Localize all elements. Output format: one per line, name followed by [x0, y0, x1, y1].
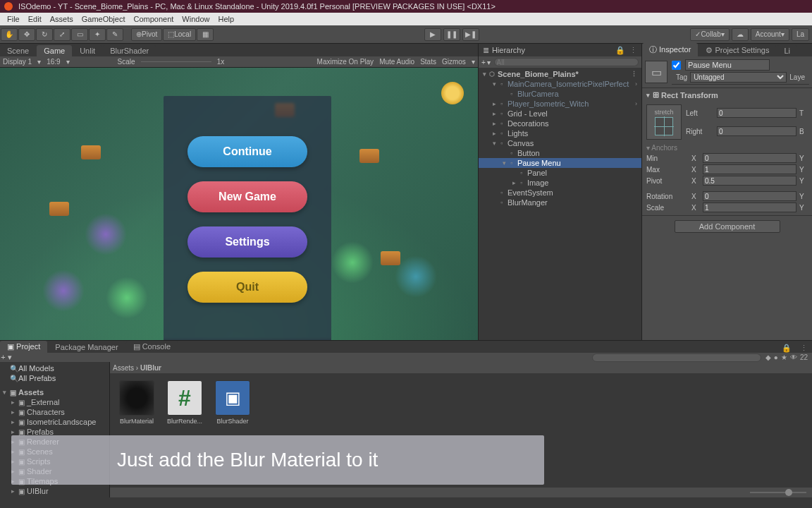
hierarchy-item[interactable]: ▫BlurManger: [479, 198, 641, 207]
hierarchy-tree[interactable]: ▾⬡ Scene_Biome_Plains* ⋮ ▾▫MainCamera_Is…: [479, 68, 641, 340]
favorite-item[interactable]: 🔍All Models: [0, 363, 109, 373]
folder-item[interactable]: ▸▣UIBlur: [0, 486, 109, 496]
menu-component[interactable]: Component: [129, 15, 178, 23]
stats-toggle[interactable]: Stats: [417, 58, 439, 66]
hierarchy-item[interactable]: ▸▫Lights: [479, 128, 641, 138]
collab-dropdown[interactable]: ✓ Collab ▾: [690, 28, 729, 41]
tab-inspector[interactable]: ⓘ Inspector: [642, 43, 698, 56]
layers-dropdown[interactable]: La: [792, 28, 809, 41]
panel-lock-icon[interactable]: 🔒: [615, 46, 625, 55]
quit-button[interactable]: Quit: [187, 272, 307, 303]
hierarchy-item[interactable]: ▸▫Decorations: [479, 119, 641, 128]
right-field[interactable]: [717, 126, 796, 136]
folder-item[interactable]: ▸▣_External: [0, 397, 109, 407]
asset-item[interactable]: ▣BlurShader: [213, 380, 252, 425]
scale-tool-icon[interactable]: ⤢: [54, 28, 70, 41]
hierarchy-item[interactable]: ▫BlurCamera: [479, 89, 641, 99]
breadcrumb[interactable]: Assets › UIBlur: [110, 362, 812, 373]
tab-lighting[interactable]: Li: [777, 45, 797, 56]
folder-item[interactable]: ▸▣Characters: [0, 407, 109, 417]
tab-scene[interactable]: Scene: [0, 45, 36, 56]
hierarchy-item[interactable]: ▸▫Image: [479, 178, 641, 188]
anchors-foldout[interactable]: Anchors: [651, 144, 677, 152]
thumbnail-size-slider[interactable]: [110, 488, 812, 497]
tab-console[interactable]: ▤ Console: [126, 341, 178, 353]
snap-icon[interactable]: ▦: [197, 28, 214, 41]
maximize-toggle[interactable]: Maximize On Play: [314, 58, 377, 66]
settings-gear-icon[interactable]: [441, 82, 464, 104]
settings-button[interactable]: Settings: [187, 226, 307, 258]
search-by-label-icon[interactable]: ●: [774, 353, 778, 361]
hierarchy-search[interactable]: [494, 58, 639, 66]
hierarchy-item[interactable]: ▫EventSystem: [479, 188, 641, 198]
tab-package-manager[interactable]: Package Manager: [48, 341, 125, 353]
tab-game[interactable]: Game: [37, 45, 72, 56]
max-x-field[interactable]: [703, 164, 796, 174]
tab-project[interactable]: ▣ Project: [0, 341, 47, 353]
enabled-checkbox[interactable]: [672, 61, 681, 70]
local-toggle[interactable]: ⬚ Local: [163, 28, 196, 41]
pivot-x-field[interactable]: [703, 176, 796, 186]
hierarchy-item[interactable]: ▫Panel: [479, 168, 641, 178]
mute-toggle[interactable]: Mute Audio: [376, 58, 417, 66]
assets-root[interactable]: ▾▣Assets: [0, 387, 109, 397]
scale-x-field[interactable]: [703, 202, 796, 212]
tab-blurshader[interactable]: BlurShader: [103, 45, 156, 56]
rect-transform-header[interactable]: ▾ ⊞ Rect Transform: [642, 88, 812, 102]
hierarchy-item[interactable]: ▸▫Player_Isometric_Witch›: [479, 99, 641, 109]
cloud-icon[interactable]: ☁: [732, 28, 749, 41]
close-icon[interactable]: [4, 2, 13, 11]
hierarchy-item[interactable]: ▾▫Pause Menu: [479, 158, 641, 168]
tab-project-settings[interactable]: ⚙ Project Settings: [699, 44, 776, 56]
object-name-field[interactable]: [685, 59, 770, 71]
tab-unlit[interactable]: Unlit: [73, 45, 102, 56]
transform-tool-icon[interactable]: ✦: [89, 28, 106, 41]
game-view[interactable]: Continue New Game Settings Quit: [0, 68, 478, 340]
menu-file[interactable]: File: [3, 15, 24, 23]
rotation-x-field[interactable]: [703, 191, 796, 201]
favorite-item[interactable]: 🔍All Prefabs: [0, 373, 109, 383]
continue-button[interactable]: Continue: [187, 136, 307, 167]
custom-tool-icon[interactable]: ✎: [106, 28, 123, 41]
pause-button[interactable]: ❚❚: [443, 28, 460, 41]
left-field[interactable]: [717, 108, 796, 118]
hierarchy-item[interactable]: ▸▫Grid - Level: [479, 109, 641, 119]
hidden-icon[interactable]: 👁: [790, 353, 797, 361]
project-search[interactable]: [592, 353, 761, 362]
object-thumbnail-icon[interactable]: ▭: [645, 61, 668, 83]
folder-item[interactable]: ▸▣IsometricLandscape: [0, 417, 109, 427]
display-dropdown[interactable]: Display 1: [0, 58, 35, 66]
menu-edit[interactable]: Edit: [24, 15, 46, 23]
min-x-field[interactable]: [703, 153, 796, 163]
hierarchy-item[interactable]: ▾▫MainCamera_IsometricPixelPerfect›: [479, 79, 641, 89]
pivot-toggle[interactable]: ⊕ Pivot: [131, 28, 162, 41]
rotate-tool-icon[interactable]: ↻: [36, 28, 53, 41]
save-search-icon[interactable]: ★: [781, 353, 787, 361]
step-button[interactable]: ▶❚: [462, 28, 479, 41]
scene-root[interactable]: Scene_Biome_Plains*: [498, 70, 579, 78]
asset-item[interactable]: #BlurRende...: [165, 380, 204, 425]
menu-window[interactable]: Window: [178, 15, 214, 23]
gizmos-toggle[interactable]: Gizmos: [439, 58, 469, 66]
asset-item[interactable]: BlurMaterial: [117, 380, 156, 425]
panel-lock-icon[interactable]: 🔒: [777, 344, 796, 353]
account-dropdown[interactable]: Account ▾: [751, 28, 789, 41]
move-tool-icon[interactable]: ✥: [18, 28, 35, 41]
search-by-type-icon[interactable]: ◆: [765, 353, 771, 361]
create-dropdown[interactable]: + ▾: [481, 59, 491, 66]
hierarchy-item[interactable]: ▫Button: [479, 148, 641, 158]
menu-help[interactable]: Help: [214, 15, 238, 23]
rect-tool-icon[interactable]: ▭: [71, 28, 88, 41]
play-button[interactable]: ▶: [424, 28, 441, 41]
create-asset-dropdown[interactable]: + ▾: [0, 353, 13, 362]
menu-gameobject[interactable]: GameObject: [78, 15, 130, 23]
hand-tool-icon[interactable]: ✋: [1, 28, 18, 41]
tag-dropdown[interactable]: Untagged: [690, 72, 787, 83]
panel-menu-icon[interactable]: ⋮: [796, 344, 812, 353]
menu-assets[interactable]: Assets: [46, 15, 78, 23]
new-game-button[interactable]: New Game: [187, 181, 307, 212]
add-component-button[interactable]: Add Component: [675, 220, 780, 233]
scene-menu-icon[interactable]: ⋮: [631, 71, 637, 78]
anchor-preset-button[interactable]: stretch: [646, 104, 682, 140]
hierarchy-item[interactable]: ▾▫Canvas: [479, 138, 641, 148]
